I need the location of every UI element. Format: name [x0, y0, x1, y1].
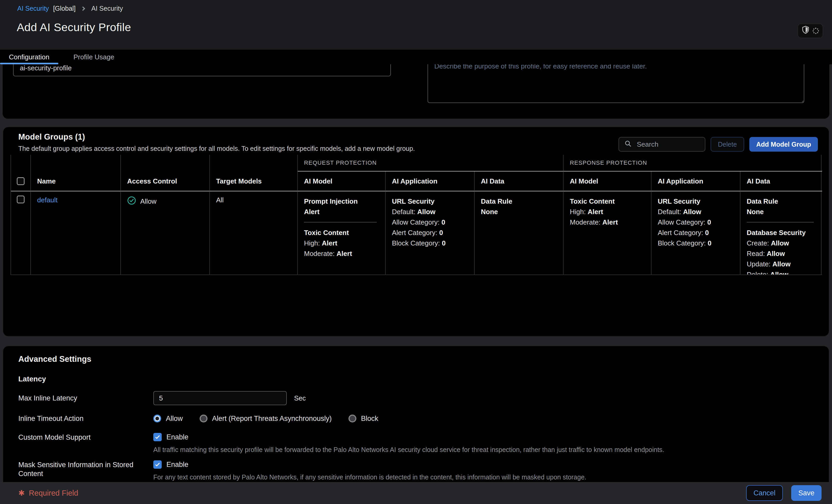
row-checkbox-cell [11, 191, 31, 275]
select-all-cell [11, 171, 31, 191]
cell-line: Default: Allow [658, 206, 734, 217]
breadcrumb-link-ai-security[interactable]: AI Security [17, 5, 49, 12]
row-checkbox[interactable] [17, 196, 25, 203]
model-groups-table: REQUEST PROTECTIONRESPONSE PROTECTIONNam… [10, 155, 822, 275]
cancel-button[interactable]: Cancel [746, 485, 783, 501]
row-cell-response-ai-model: Toxic ContentHigh: AlertModerate: Alert [564, 191, 651, 275]
row-cell-response-ai-application: URL SecurityDefault: AllowAllow Category… [651, 191, 740, 275]
cell-line: Alert Category: 0 [658, 227, 734, 238]
row-cell-response-ai-data: Data RuleNoneDatabase SecurityCreate: Al… [740, 191, 822, 275]
radio-label: Allow [166, 415, 183, 423]
column-header-ai-data-5: AI Data [475, 171, 564, 191]
cell-line: Alert [304, 206, 379, 217]
add-model-group-button[interactable]: Add Model Group [749, 137, 818, 151]
column-header-ai-model-6: AI Model [564, 171, 651, 191]
breadcrumb: AI Security [Global] AI Security [17, 5, 123, 12]
mask-sensitive-label: Mask Sensitive Information in Stored Con… [18, 460, 153, 478]
custom-model-support-checkbox[interactable] [153, 433, 162, 441]
group-header-request: REQUEST PROTECTION [298, 155, 564, 171]
cell-line: None [481, 206, 557, 217]
radio-label: Block [361, 415, 378, 423]
cell-line: Prompt Injection [304, 196, 379, 206]
cell-line: Create: Allow [747, 238, 816, 248]
page-header: AI Security [Global] AI Security Add AI … [0, 0, 832, 50]
breadcrumb-scope: [Global] [53, 5, 76, 12]
max-inline-latency-input[interactable] [153, 391, 287, 405]
row-cell-request-ai-model: Prompt InjectionAlertToxic ContentHigh: … [298, 191, 386, 275]
cell-line: Data Rule [481, 196, 557, 206]
model-groups-subtitle: The default group applies access control… [18, 145, 415, 152]
tab-bar: Configuration Profile Usage [0, 50, 832, 64]
cell-line: Alert Category: 0 [392, 227, 468, 238]
advanced-settings-title: Advanced Settings [18, 355, 814, 364]
radio-option-block[interactable]: Block [348, 415, 378, 423]
required-field-label: Required Field [29, 489, 78, 498]
required-asterisk-icon: ✱ [18, 488, 25, 498]
save-button[interactable]: Save [791, 485, 822, 501]
cell-line [304, 217, 379, 227]
cell-line: None [747, 206, 816, 217]
row-cell-name: default [31, 191, 121, 275]
advanced-settings-panel: Advanced Settings Latency Max Inline Lat… [3, 346, 829, 483]
radio-unselected-icon[interactable] [348, 415, 356, 422]
shield-icon [802, 26, 809, 36]
row-cell-request-ai-application: URL SecurityDefault: AllowAllow Category… [386, 191, 475, 275]
radio-option-alert-report-threats-asynchronously-[interactable]: Alert (Report Threats Asynchronously) [200, 415, 332, 423]
row-cell-target-models: All [210, 191, 298, 275]
select-all-checkbox[interactable] [17, 177, 25, 185]
search-icon [624, 140, 631, 149]
delete-button[interactable]: Delete [710, 137, 744, 151]
spinner-icon [813, 28, 819, 34]
cell-line: Data Rule [747, 196, 816, 206]
mask-sensitive-checkbox-label: Enable [166, 460, 188, 469]
column-header-ai-model-3: AI Model [298, 171, 386, 191]
cell-line: Update: Allow [747, 259, 816, 269]
required-field-note: ✱ Required Field [18, 488, 78, 498]
cell-line [747, 217, 816, 227]
custom-model-support-label: Custom Model Support [18, 433, 153, 442]
inline-timeout-action-radios: AllowAlert (Report Threats Asynchronousl… [153, 415, 378, 423]
column-header-name-0: Name [31, 171, 121, 191]
add-ai-security-profile-page: AI Security [Global] AI Security Add AI … [0, 0, 832, 504]
model-groups-panel: Model Groups (1) The default group appli… [3, 127, 829, 336]
radio-selected-icon[interactable] [153, 415, 161, 422]
page-title: Add AI Security Profile [17, 21, 131, 34]
max-inline-latency-label: Max Inline Latency [18, 394, 153, 402]
column-header-target-models-2: Target Models [210, 171, 298, 191]
cell-line: Moderate: Alert [570, 217, 645, 227]
mask-sensitive-checkbox[interactable] [153, 460, 162, 469]
breadcrumb-current: AI Security [91, 5, 123, 12]
mask-sensitive-help: For any text content stored by Palo Alto… [153, 473, 586, 481]
latency-unit-label: Sec [294, 394, 306, 402]
custom-model-support-checkbox-label: Enable [166, 433, 188, 441]
footer-bar: ✱ Required Field Cancel Save [0, 482, 832, 504]
search-input[interactable] [636, 140, 700, 149]
inline-timeout-action-label: Inline Timeout Action [18, 414, 153, 423]
group-header-response: RESPONSE PROTECTION [564, 155, 822, 171]
column-header-ai-application-4: AI Application [386, 171, 475, 191]
cell-line: Block Category: 0 [392, 238, 468, 248]
tab-configuration[interactable]: Configuration [0, 50, 58, 64]
radio-option-allow[interactable]: Allow [153, 415, 183, 423]
latency-section-title: Latency [18, 375, 814, 383]
model-groups-search [619, 137, 705, 151]
column-header-access-control-1: Access Control [121, 171, 210, 191]
profile-description-textarea[interactable] [427, 64, 804, 103]
cell-line: Read: Allow [747, 248, 816, 259]
cell-line: Toxic Content [570, 196, 645, 206]
model-groups-title: Model Groups (1) [18, 132, 415, 142]
group-header-spacer [11, 155, 31, 171]
header-status-buttons[interactable] [798, 24, 823, 38]
tab-profile-usage[interactable]: Profile Usage [64, 50, 123, 64]
cell-line: Allow Category: 0 [658, 217, 734, 227]
group-header-spacer [31, 155, 121, 171]
cell-line: URL Security [658, 196, 734, 206]
cell-line: Allow Category: 0 [392, 217, 468, 227]
cell-line: Database Security [747, 227, 816, 238]
profile-name-input[interactable] [13, 64, 391, 76]
model-group-link-default[interactable]: default [37, 196, 57, 204]
radio-unselected-icon[interactable] [200, 415, 207, 422]
row-cell-request-ai-data: Data RuleNone [475, 191, 564, 275]
cell-line: Toxic Content [304, 227, 379, 238]
radio-label: Alert (Report Threats Asynchronously) [212, 415, 332, 423]
